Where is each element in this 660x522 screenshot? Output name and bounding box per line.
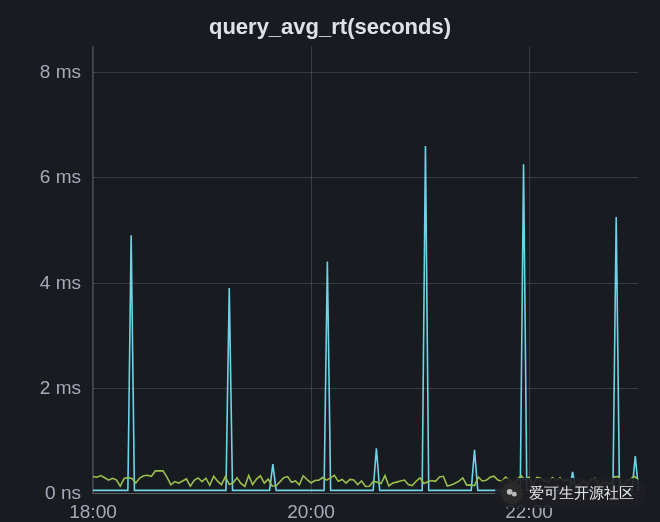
gridline-vertical	[311, 46, 312, 493]
gridline-vertical	[529, 46, 530, 493]
chart-panel: query_avg_rt(seconds) 8 ms6 ms4 ms2 ms0 …	[0, 0, 660, 522]
plot-area[interactable]: 8 ms6 ms4 ms2 ms0 ns18:0020:0022:00	[92, 46, 638, 494]
series-line-a	[93, 146, 639, 490]
attribution-text: 爱可生开源社区	[529, 484, 634, 503]
wechat-icon	[501, 482, 523, 504]
chart-title: query_avg_rt(seconds)	[0, 0, 660, 46]
y-axis-tick: 4 ms	[40, 272, 81, 294]
x-axis-tick: 18:00	[69, 501, 117, 522]
attribution-badge: 爱可生开源社区	[495, 478, 646, 508]
y-axis-tick: 8 ms	[40, 61, 81, 83]
gridline-horizontal	[93, 283, 638, 284]
gridline-vertical	[93, 46, 94, 493]
svg-point-0	[507, 489, 513, 495]
x-axis-tick: 20:00	[287, 501, 335, 522]
gridline-horizontal	[93, 177, 638, 178]
plot-container: 8 ms6 ms4 ms2 ms0 ns18:0020:0022:00	[0, 46, 660, 522]
y-axis-tick: 6 ms	[40, 166, 81, 188]
y-axis-tick: 2 ms	[40, 377, 81, 399]
svg-point-1	[512, 492, 517, 497]
gridline-horizontal	[93, 388, 638, 389]
chart-lines	[93, 46, 638, 493]
gridline-horizontal	[93, 72, 638, 73]
